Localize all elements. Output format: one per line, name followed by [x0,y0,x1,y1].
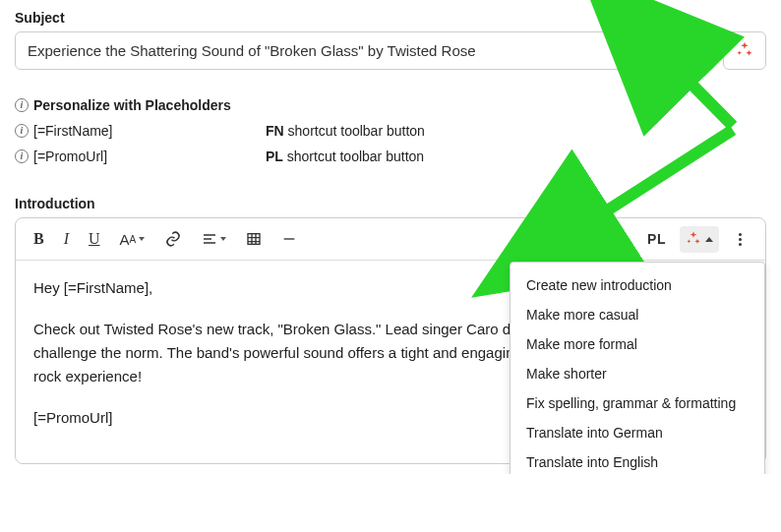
editor-toolbar: B I U AA [16,218,765,261]
ai-actions-menu: Create new introduction Make more casual… [510,262,765,474]
placeholder-code: i [=FirstName] [15,123,266,139]
placeholders-heading: i Personalize with Placeholders [15,97,766,113]
align-left-icon [202,231,217,247]
toolbar-right-group: FN PL [598,225,757,253]
placeholder-desc: FN shortcut toolbar button [266,123,425,139]
placeholder-code: i [=PromoUrl] [15,148,266,164]
info-icon: i [15,98,29,112]
more-vertical-icon [733,233,748,246]
placeholder-desc: PL shortcut toolbar button [266,148,424,164]
subject-input[interactable] [15,31,715,70]
bold-button[interactable]: B [24,224,54,254]
subject-ai-button[interactable] [723,31,766,70]
ai-menu-item[interactable]: Fix spelling, grammar & formatting [511,388,764,418]
introduction-editor: B I U AA [15,217,766,464]
ai-menu-item[interactable]: Translate into German [511,418,764,447]
underline-button[interactable]: U [79,224,110,254]
link-button[interactable] [154,224,192,254]
horizontal-rule-icon [281,231,297,247]
horizontal-rule-button[interactable] [271,225,307,253]
table-icon [246,231,262,247]
ai-menu-item[interactable]: Make more casual [511,300,764,329]
ai-menu-item[interactable]: Create new introduction [511,270,764,300]
ai-menu-item[interactable]: Make shorter [511,359,764,388]
insert-firstname-button[interactable]: FN [598,225,637,253]
sparkle-icon [736,40,753,61]
insert-promourl-button[interactable]: PL [637,225,676,253]
introduction-label: Introduction [15,196,766,211]
ai-menu-item[interactable]: Make more formal [511,329,764,359]
sparkle-icon [686,230,701,249]
placeholder-row: i [=FirstName] FN shortcut toolbar butto… [15,123,766,139]
placeholder-list: i [=FirstName] FN shortcut toolbar butto… [15,123,766,164]
editor-wrap: B I U AA [15,217,766,464]
subject-label: Subject [15,10,766,26]
introduction-ai-button[interactable] [680,226,719,253]
svg-rect-0 [248,234,260,245]
placeholders-heading-text: Personalize with Placeholders [33,97,231,113]
ai-menu-item[interactable]: Translate into English [511,447,764,474]
align-button[interactable] [192,225,236,253]
chevron-up-icon [705,237,713,242]
italic-button[interactable]: I [54,224,79,254]
toolbar-left-group: B I U AA [24,224,307,254]
subject-row [15,31,766,70]
placeholder-row: i [=PromoUrl] PL shortcut toolbar button [15,148,766,164]
table-button[interactable] [236,225,271,253]
info-icon[interactable]: i [15,124,29,138]
font-size-button[interactable]: AA [110,225,155,254]
info-icon[interactable]: i [15,149,29,163]
more-options-button[interactable] [723,227,757,252]
link-icon [164,230,182,248]
